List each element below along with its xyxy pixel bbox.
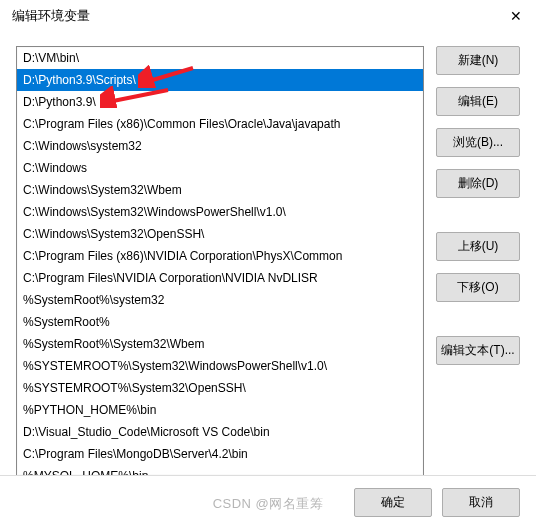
- list-item[interactable]: %SystemRoot%\system32: [17, 289, 423, 311]
- new-button[interactable]: 新建(N): [436, 46, 520, 75]
- delete-button[interactable]: 删除(D): [436, 169, 520, 198]
- list-item[interactable]: C:\Windows\System32\WindowsPowerShell\v1…: [17, 201, 423, 223]
- list-item[interactable]: D:\Visual_Studio_Code\Microsoft VS Code\…: [17, 421, 423, 443]
- list-item[interactable]: %SystemRoot%\System32\Wbem: [17, 333, 423, 355]
- cancel-button[interactable]: 取消: [442, 488, 520, 517]
- side-button-panel: 新建(N) 编辑(E) 浏览(B)... 删除(D) 上移(U) 下移(O) 编…: [436, 46, 520, 476]
- close-icon[interactable]: ✕: [506, 8, 526, 24]
- list-item[interactable]: C:\Windows\System32\Wbem: [17, 179, 423, 201]
- list-item[interactable]: C:\Program Files (x86)\NVIDIA Corporatio…: [17, 245, 423, 267]
- edit-button[interactable]: 编辑(E): [436, 87, 520, 116]
- dialog-footer: 确定 取消: [0, 475, 536, 529]
- browse-button[interactable]: 浏览(B)...: [436, 128, 520, 157]
- list-item[interactable]: %SYSTEMROOT%\System32\OpenSSH\: [17, 377, 423, 399]
- list-item[interactable]: C:\Program Files\MongoDB\Server\4.2\bin: [17, 443, 423, 465]
- list-item[interactable]: C:\Windows: [17, 157, 423, 179]
- window-title: 编辑环境变量: [12, 7, 90, 25]
- titlebar: 编辑环境变量 ✕: [0, 0, 536, 30]
- list-item[interactable]: C:\Program Files (x86)\Common Files\Orac…: [17, 113, 423, 135]
- dialog-content: D:\VM\bin\D:\Python3.9\Scripts\D:\Python…: [0, 30, 536, 476]
- ok-button[interactable]: 确定: [354, 488, 432, 517]
- list-item[interactable]: D:\VM\bin\: [17, 47, 423, 69]
- list-item[interactable]: %PYTHON_HOME%\bin: [17, 399, 423, 421]
- list-item[interactable]: %SYSTEMROOT%\System32\WindowsPowerShell\…: [17, 355, 423, 377]
- list-item[interactable]: D:\Python3.9\Scripts\: [17, 69, 423, 91]
- list-item[interactable]: C:\Windows\System32\OpenSSH\: [17, 223, 423, 245]
- list-item[interactable]: D:\Python3.9\: [17, 91, 423, 113]
- list-item[interactable]: C:\Program Files\NVIDIA Corporation\NVID…: [17, 267, 423, 289]
- edit-text-button[interactable]: 编辑文本(T)...: [436, 336, 520, 365]
- list-item[interactable]: %SystemRoot%: [17, 311, 423, 333]
- move-down-button[interactable]: 下移(O): [436, 273, 520, 302]
- list-item[interactable]: C:\Windows\system32: [17, 135, 423, 157]
- path-listbox[interactable]: D:\VM\bin\D:\Python3.9\Scripts\D:\Python…: [16, 46, 424, 476]
- move-up-button[interactable]: 上移(U): [436, 232, 520, 261]
